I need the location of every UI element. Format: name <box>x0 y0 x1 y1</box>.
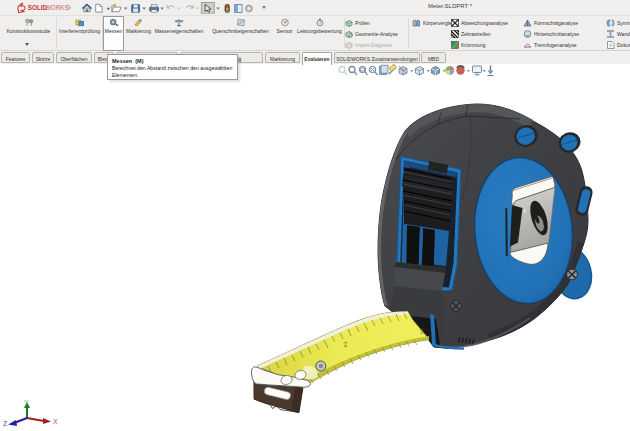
svg-text:X: X <box>53 418 58 425</box>
svg-text:Y: Y <box>24 399 29 406</box>
svg-text:WORKS: WORKS <box>45 4 69 11</box>
svg-text:Z: Z <box>3 420 8 427</box>
